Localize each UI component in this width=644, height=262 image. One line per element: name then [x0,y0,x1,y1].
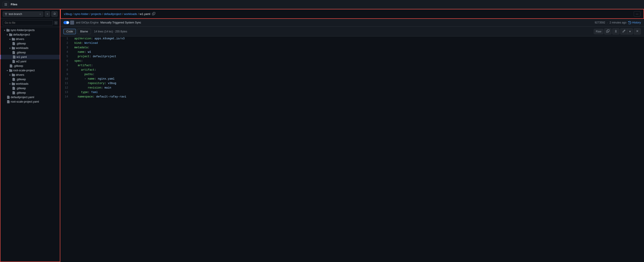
tree-item-w2yaml[interactable]: w2.yaml [0,59,60,64]
edit-dropdown-button[interactable]: ▾ [627,28,633,35]
chevron-down-icon: ▾ [7,34,8,36]
line-number: 7 [60,63,72,68]
code-line-2: 2 kind: Workload [60,41,644,45]
tab-blame-button[interactable]: Blame [77,29,91,34]
tree-item-gitkeep4[interactable]: .gitkeep [0,77,60,82]
tree-item-label: defaultproject.yaml [11,96,34,99]
toolbar-right: Raw ▾ [594,28,641,35]
tree-item-root-scale-yaml[interactable]: root-scale-project.yaml [0,100,60,104]
chevron-down-icon: ▾ [10,74,10,76]
code-line-10: 10 - name: nginx.yaml [60,77,644,81]
code-line-14: 14 namespace: default-rafay-ravi [60,95,644,99]
line-number: 5 [60,54,72,59]
files-title: Files [11,3,18,6]
tree-item-gitkeep6[interactable]: .gitkeep [0,91,60,95]
code-line-12: 12 revision: main [60,86,644,90]
go-to-file-input[interactable] [3,20,53,26]
tree-item-defaultproject-yaml[interactable]: defaultproject.yaml [0,95,60,100]
tree-item-label: root-scale-project [13,69,35,72]
line-content: paths: [72,72,644,77]
tree-item-gitkeep1[interactable]: .gitkeep [0,41,60,46]
commit-hash: 9273592 [595,21,605,24]
tree-item-label: .gitkeep [16,78,26,81]
tree-item-label: sync-folder/projects [10,29,34,32]
tab-code-button[interactable]: Code [64,29,76,34]
new-file-button[interactable]: + [45,11,50,17]
commit-message: Manually Triggered System Sync [100,21,141,24]
tree-item-drivers2[interactable]: ▾ drivers [0,73,60,77]
breadcrumb-sync-folder[interactable]: sync-folder [74,12,89,16]
tree-item-workloads1[interactable]: ▾ workloads [0,46,60,50]
sidebar-toggle-button[interactable] [3,2,9,7]
file-icon [7,96,10,99]
line-number: 11 [60,81,72,86]
raw-button[interactable]: Raw [594,29,603,34]
file-icon [10,64,12,68]
content-area: v3bug / sync-folder / projects / default… [60,9,644,262]
tree-item-root-scale[interactable]: ▾ root-scale-project [0,68,60,73]
tree-item-gitkeep5[interactable]: .gitkeep [0,86,60,91]
svg-rect-2 [4,5,7,6]
search-box: t [0,19,60,27]
folder-icon [12,82,15,85]
search-files-button[interactable] [51,11,58,17]
code-container[interactable]: 1 apiVersion: apps.k8smgmt.io/v3 2 kind:… [60,37,644,262]
tree-item-label: .gitkeep [16,91,26,94]
code-toolbar: Code Blame 14 lines (14 loc) · 255 Bytes… [60,27,644,37]
tree-item-gitkeep2[interactable]: .gitkeep [0,50,60,55]
file-icon [12,56,16,59]
commit-meta-right: 9273592 · 2 minutes ago History [595,21,641,24]
file-icon [7,100,10,103]
tree-item-w1yaml[interactable]: w1.yaml [0,55,60,59]
copy-path-button[interactable] [152,12,155,16]
more-options-button[interactable]: ··· [634,11,640,17]
avatar [70,21,74,25]
code-line-6: 6 spec: [60,59,644,63]
folder-icon [9,69,12,72]
expand-button[interactable] [634,28,641,35]
folder-icon [12,47,15,50]
branch-selector[interactable]: test-branch [3,12,43,17]
tree-item-defaultproject[interactable]: ▾ defaultproject [0,33,60,37]
breadcrumb-defaultproject[interactable]: defaultproject [104,12,121,16]
line-number: 3 [60,45,72,50]
breadcrumb-projects[interactable]: projects [91,12,102,16]
branch-area: test-branch + [0,10,60,19]
file-tree: ▾ sync-folder/projects ▾ defaultproject … [0,27,60,261]
edit-button[interactable] [620,28,627,35]
history-label: History [632,21,641,24]
breadcrumb-v3bug[interactable]: v3bug [64,12,72,16]
svg-rect-1 [4,4,7,5]
history-button[interactable]: History [628,21,641,24]
clock-icon [628,21,631,24]
code-line-7: 7 artifact: [60,63,644,68]
tree-item-label: .gitkeep [14,64,23,68]
tree-item-label: w1.yaml [16,56,27,59]
line-number: 8 [60,68,72,72]
code-line-11: 11 repository: v3bug [60,81,644,86]
line-content: type: Yaml [72,90,644,95]
download-button[interactable] [612,28,620,35]
line-number: 6 [60,59,72,63]
line-content: spec: [72,59,644,63]
file-icon [12,87,15,90]
file-icon [12,60,15,63]
code-meta-info: 14 lines (14 loc) · 255 Bytes [94,30,127,33]
tree-item-label: .gitkeep [16,42,26,45]
tree-item-workloads2[interactable]: ▾ workloads [0,82,60,86]
sidebar: test-branch + t ▾ sync-folder/projects [0,9,60,262]
tree-item-sync-folder[interactable]: ▾ sync-folder/projects [0,28,60,33]
code-line-3: 3 metadata: [60,45,644,50]
toggle-icon[interactable] [64,21,69,24]
line-content: kind: Workload [72,41,644,45]
breadcrumb-workloads[interactable]: workloads [124,12,137,16]
copy-raw-button[interactable] [604,28,612,35]
folder-icon [9,33,12,36]
tree-item-drivers1[interactable]: ▾ drivers [0,37,60,41]
code-line-8: 8 artifact: [60,68,644,72]
line-number: 14 [60,95,72,99]
code-line-1: 1 apiVersion: apps.k8smgmt.io/v3 [60,37,644,41]
line-content: project: defaultproject [72,54,644,59]
tree-item-gitkeep3[interactable]: .gitkeep [0,64,60,68]
line-content: repository: v3bug [72,81,644,86]
